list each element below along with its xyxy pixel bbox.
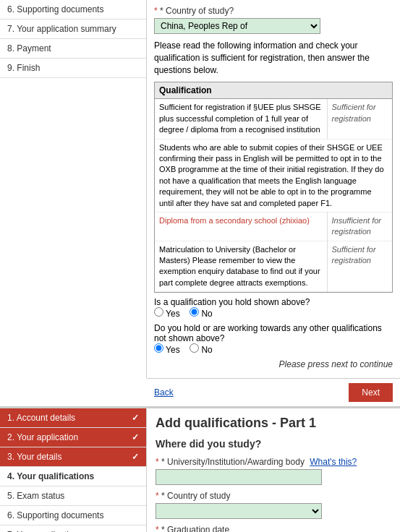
country-of-study-label: * * Country of study?	[154, 6, 393, 16]
sidebar-item-application-summary2[interactable]: 7. Your application summary	[0, 525, 146, 532]
bottom-section: 1. Account details ✓ 2. Your application…	[0, 407, 400, 532]
info-text: Please read the following information an…	[154, 40, 393, 76]
university-group: * * University/Institution/Awarding body…	[156, 457, 391, 485]
sidebar-item-application-summary[interactable]: 7. Your application summary	[0, 20, 146, 39]
top-sidebar: 6. Supporting documents 7. Your applicat…	[0, 0, 147, 378]
grad-date-group: * * Graduation date	[156, 525, 391, 532]
sidebar-item-payment[interactable]: 8. Payment	[0, 39, 146, 59]
qual-status-4: Sufficient for registration	[327, 241, 392, 292]
your-application-checkmark: ✓	[132, 432, 139, 442]
q2-yes-radio[interactable]	[154, 343, 163, 353]
top-back-link[interactable]: Back	[154, 387, 174, 398]
add-qual-title: Add qualifications - Part 1	[156, 416, 391, 431]
country-group: * * Country of study	[156, 491, 391, 519]
qual-text-1: Sufficient for registration if §UEE plus…	[155, 99, 327, 139]
q2-no-radio[interactable]	[190, 343, 199, 353]
grad-required-star: *	[156, 525, 159, 532]
sidebar-item-account-details[interactable]: 1. Account details ✓	[0, 408, 146, 428]
main-top-content: * * Country of study? China, Peoples Rep…	[147, 0, 400, 378]
university-required-star: *	[156, 457, 159, 467]
question2-text: Do you hold or are working towards any o…	[154, 323, 382, 343]
q1-no-radio[interactable]	[190, 307, 199, 317]
sidebar-item-supporting-docs[interactable]: 6. Supporting documents	[0, 0, 146, 20]
country-study-label: * * Country of study	[156, 491, 391, 501]
q1-yes-label[interactable]: Yes	[154, 309, 180, 319]
qual-status-1: Sufficient for registration	[327, 99, 392, 139]
country-required-star: *	[156, 491, 159, 501]
question1-group: Is a qualification you hold shown above?…	[154, 297, 393, 319]
top-nav-buttons: Back Next	[147, 378, 400, 406]
qual-text-3: Diploma from a secondary school (zhixiao…	[155, 212, 327, 241]
q2-yes-label[interactable]: Yes	[154, 345, 180, 355]
qual-row-1: Sufficient for registration if §UEE plus…	[155, 99, 392, 139]
sidebar-item-supporting-docs2[interactable]: 6. Supporting documents	[0, 506, 146, 525]
press-next-text: Please press next to continue	[154, 359, 393, 369]
sidebar-item-your-details[interactable]: 3. Your details ✓	[0, 447, 146, 467]
whats-this-link[interactable]: What's this?	[310, 457, 357, 467]
q2-no-label[interactable]: No	[190, 345, 213, 355]
where-study-heading: Where did you study?	[156, 438, 391, 450]
qual-text-4: Matriculation to University (Bachelor or…	[155, 241, 327, 292]
qualification-section: Qualification Sufficient for registratio…	[154, 82, 393, 293]
sidebar-item-your-application[interactable]: 2. Your application ✓	[0, 428, 146, 447]
qual-row-2: Students who are able to submit copies o…	[155, 139, 392, 212]
your-details-checkmark: ✓	[132, 452, 139, 462]
sidebar-item-finish[interactable]: 9. Finish	[0, 59, 146, 78]
qual-status-3: Insufficient for registration	[327, 212, 392, 241]
q1-yes-radio[interactable]	[154, 307, 163, 317]
country-of-study-select[interactable]: China, Peoples Rep of	[154, 18, 320, 34]
qual-text-2: Students who are able to submit copies o…	[155, 139, 392, 212]
question1-text: Is a qualification you hold shown above?	[154, 297, 310, 307]
qual-table: Sufficient for registration if §UEE plus…	[155, 99, 392, 292]
main-bottom-content: Add qualifications - Part 1 Where did yo…	[147, 408, 400, 532]
country-study-select-wrapper	[156, 503, 322, 519]
country-study-select[interactable]	[156, 503, 322, 519]
university-input[interactable]	[156, 469, 322, 485]
grad-date-label: * * Graduation date	[156, 525, 391, 532]
university-label: * * University/Institution/Awarding body…	[156, 457, 391, 467]
country-select-wrapper: China, Peoples Rep of	[154, 18, 320, 34]
top-next-button[interactable]: Next	[349, 383, 393, 402]
account-details-checkmark: ✓	[132, 413, 139, 423]
country-select-wrap: China, Peoples Rep of	[154, 18, 393, 34]
qual-row-3: Diploma from a secondary school (zhixiao…	[155, 212, 392, 241]
qual-row-4: Matriculation to University (Bachelor or…	[155, 241, 392, 292]
bottom-sidebar: 1. Account details ✓ 2. Your application…	[0, 408, 147, 532]
sidebar-item-exam-status[interactable]: 5. Exam status	[0, 486, 146, 506]
q1-no-label[interactable]: No	[190, 309, 213, 319]
qual-header: Qualification	[155, 82, 392, 99]
question2-group: Do you hold or are working towards any o…	[154, 323, 393, 355]
sidebar-item-your-qualifications[interactable]: 4. Your qualifications	[0, 467, 146, 486]
